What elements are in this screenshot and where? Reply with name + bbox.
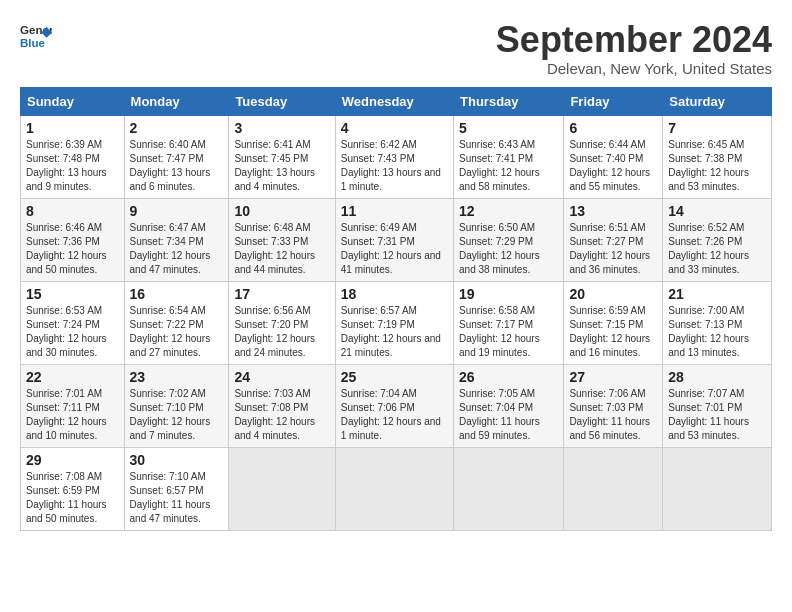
calendar-cell: 24Sunrise: 7:03 AMSunset: 7:08 PMDayligh… [229, 364, 335, 447]
logo: General Blue [20, 20, 52, 52]
day-number: 6 [569, 120, 657, 136]
calendar-cell: 1Sunrise: 6:39 AMSunset: 7:48 PMDaylight… [21, 115, 125, 198]
day-number: 14 [668, 203, 766, 219]
day-number: 15 [26, 286, 119, 302]
day-detail: Sunrise: 6:42 AMSunset: 7:43 PMDaylight:… [341, 138, 448, 194]
day-detail: Sunrise: 6:47 AMSunset: 7:34 PMDaylight:… [130, 221, 224, 277]
calendar-cell: 2Sunrise: 6:40 AMSunset: 7:47 PMDaylight… [124, 115, 229, 198]
calendar-cell: 22Sunrise: 7:01 AMSunset: 7:11 PMDayligh… [21, 364, 125, 447]
day-number: 9 [130, 203, 224, 219]
day-detail: Sunrise: 7:07 AMSunset: 7:01 PMDaylight:… [668, 387, 766, 443]
day-number: 16 [130, 286, 224, 302]
main-title: September 2024 [496, 20, 772, 60]
calendar-table: SundayMondayTuesdayWednesdayThursdayFrid… [20, 87, 772, 531]
logo-icon: General Blue [20, 20, 52, 52]
day-number: 8 [26, 203, 119, 219]
day-number: 17 [234, 286, 329, 302]
calendar-cell [229, 447, 335, 530]
day-detail: Sunrise: 6:52 AMSunset: 7:26 PMDaylight:… [668, 221, 766, 277]
calendar-week-row: 29Sunrise: 7:08 AMSunset: 6:59 PMDayligh… [21, 447, 772, 530]
day-detail: Sunrise: 7:02 AMSunset: 7:10 PMDaylight:… [130, 387, 224, 443]
day-number: 27 [569, 369, 657, 385]
calendar-cell: 19Sunrise: 6:58 AMSunset: 7:17 PMDayligh… [454, 281, 564, 364]
day-detail: Sunrise: 6:39 AMSunset: 7:48 PMDaylight:… [26, 138, 119, 194]
column-header-thursday: Thursday [454, 87, 564, 115]
calendar-cell [454, 447, 564, 530]
calendar-cell: 26Sunrise: 7:05 AMSunset: 7:04 PMDayligh… [454, 364, 564, 447]
column-header-sunday: Sunday [21, 87, 125, 115]
day-detail: Sunrise: 7:06 AMSunset: 7:03 PMDaylight:… [569, 387, 657, 443]
day-detail: Sunrise: 7:03 AMSunset: 7:08 PMDaylight:… [234, 387, 329, 443]
day-detail: Sunrise: 6:41 AMSunset: 7:45 PMDaylight:… [234, 138, 329, 194]
calendar-cell: 25Sunrise: 7:04 AMSunset: 7:06 PMDayligh… [335, 364, 453, 447]
day-detail: Sunrise: 6:48 AMSunset: 7:33 PMDaylight:… [234, 221, 329, 277]
day-detail: Sunrise: 6:56 AMSunset: 7:20 PMDaylight:… [234, 304, 329, 360]
column-header-saturday: Saturday [663, 87, 772, 115]
calendar-cell: 6Sunrise: 6:44 AMSunset: 7:40 PMDaylight… [564, 115, 663, 198]
calendar-cell [564, 447, 663, 530]
day-detail: Sunrise: 6:58 AMSunset: 7:17 PMDaylight:… [459, 304, 558, 360]
day-number: 1 [26, 120, 119, 136]
calendar-cell: 28Sunrise: 7:07 AMSunset: 7:01 PMDayligh… [663, 364, 772, 447]
calendar-cell: 20Sunrise: 6:59 AMSunset: 7:15 PMDayligh… [564, 281, 663, 364]
day-number: 19 [459, 286, 558, 302]
day-number: 7 [668, 120, 766, 136]
calendar-cell: 15Sunrise: 6:53 AMSunset: 7:24 PMDayligh… [21, 281, 125, 364]
day-number: 20 [569, 286, 657, 302]
calendar-cell: 4Sunrise: 6:42 AMSunset: 7:43 PMDaylight… [335, 115, 453, 198]
day-number: 25 [341, 369, 448, 385]
calendar-week-row: 1Sunrise: 6:39 AMSunset: 7:48 PMDaylight… [21, 115, 772, 198]
day-detail: Sunrise: 7:10 AMSunset: 6:57 PMDaylight:… [130, 470, 224, 526]
calendar-cell [335, 447, 453, 530]
day-detail: Sunrise: 7:08 AMSunset: 6:59 PMDaylight:… [26, 470, 119, 526]
day-number: 5 [459, 120, 558, 136]
day-number: 12 [459, 203, 558, 219]
calendar-cell: 7Sunrise: 6:45 AMSunset: 7:38 PMDaylight… [663, 115, 772, 198]
calendar-cell: 17Sunrise: 6:56 AMSunset: 7:20 PMDayligh… [229, 281, 335, 364]
day-detail: Sunrise: 6:49 AMSunset: 7:31 PMDaylight:… [341, 221, 448, 277]
calendar-cell: 18Sunrise: 6:57 AMSunset: 7:19 PMDayligh… [335, 281, 453, 364]
calendar-cell: 3Sunrise: 6:41 AMSunset: 7:45 PMDaylight… [229, 115, 335, 198]
subtitle: Delevan, New York, United States [496, 60, 772, 77]
day-detail: Sunrise: 6:46 AMSunset: 7:36 PMDaylight:… [26, 221, 119, 277]
day-number: 26 [459, 369, 558, 385]
day-detail: Sunrise: 6:43 AMSunset: 7:41 PMDaylight:… [459, 138, 558, 194]
day-number: 21 [668, 286, 766, 302]
calendar-cell: 23Sunrise: 7:02 AMSunset: 7:10 PMDayligh… [124, 364, 229, 447]
day-detail: Sunrise: 6:50 AMSunset: 7:29 PMDaylight:… [459, 221, 558, 277]
calendar-cell: 11Sunrise: 6:49 AMSunset: 7:31 PMDayligh… [335, 198, 453, 281]
calendar-cell: 12Sunrise: 6:50 AMSunset: 7:29 PMDayligh… [454, 198, 564, 281]
calendar-week-row: 8Sunrise: 6:46 AMSunset: 7:36 PMDaylight… [21, 198, 772, 281]
calendar-week-row: 15Sunrise: 6:53 AMSunset: 7:24 PMDayligh… [21, 281, 772, 364]
day-detail: Sunrise: 6:45 AMSunset: 7:38 PMDaylight:… [668, 138, 766, 194]
title-area: September 2024 Delevan, New York, United… [496, 20, 772, 77]
column-header-wednesday: Wednesday [335, 87, 453, 115]
day-number: 3 [234, 120, 329, 136]
day-detail: Sunrise: 6:54 AMSunset: 7:22 PMDaylight:… [130, 304, 224, 360]
day-number: 23 [130, 369, 224, 385]
day-number: 24 [234, 369, 329, 385]
day-detail: Sunrise: 7:05 AMSunset: 7:04 PMDaylight:… [459, 387, 558, 443]
day-number: 10 [234, 203, 329, 219]
calendar-cell: 30Sunrise: 7:10 AMSunset: 6:57 PMDayligh… [124, 447, 229, 530]
calendar-cell: 29Sunrise: 7:08 AMSunset: 6:59 PMDayligh… [21, 447, 125, 530]
day-detail: Sunrise: 6:44 AMSunset: 7:40 PMDaylight:… [569, 138, 657, 194]
day-number: 4 [341, 120, 448, 136]
day-detail: Sunrise: 7:00 AMSunset: 7:13 PMDaylight:… [668, 304, 766, 360]
day-number: 2 [130, 120, 224, 136]
calendar-cell: 9Sunrise: 6:47 AMSunset: 7:34 PMDaylight… [124, 198, 229, 281]
day-detail: Sunrise: 6:57 AMSunset: 7:19 PMDaylight:… [341, 304, 448, 360]
calendar-cell: 16Sunrise: 6:54 AMSunset: 7:22 PMDayligh… [124, 281, 229, 364]
day-number: 22 [26, 369, 119, 385]
column-header-tuesday: Tuesday [229, 87, 335, 115]
day-number: 29 [26, 452, 119, 468]
calendar-cell: 14Sunrise: 6:52 AMSunset: 7:26 PMDayligh… [663, 198, 772, 281]
calendar-cell: 5Sunrise: 6:43 AMSunset: 7:41 PMDaylight… [454, 115, 564, 198]
calendar-cell: 10Sunrise: 6:48 AMSunset: 7:33 PMDayligh… [229, 198, 335, 281]
calendar-week-row: 22Sunrise: 7:01 AMSunset: 7:11 PMDayligh… [21, 364, 772, 447]
day-detail: Sunrise: 6:59 AMSunset: 7:15 PMDaylight:… [569, 304, 657, 360]
day-detail: Sunrise: 6:40 AMSunset: 7:47 PMDaylight:… [130, 138, 224, 194]
day-detail: Sunrise: 7:04 AMSunset: 7:06 PMDaylight:… [341, 387, 448, 443]
header: General Blue September 2024 Delevan, New… [20, 20, 772, 77]
day-number: 18 [341, 286, 448, 302]
